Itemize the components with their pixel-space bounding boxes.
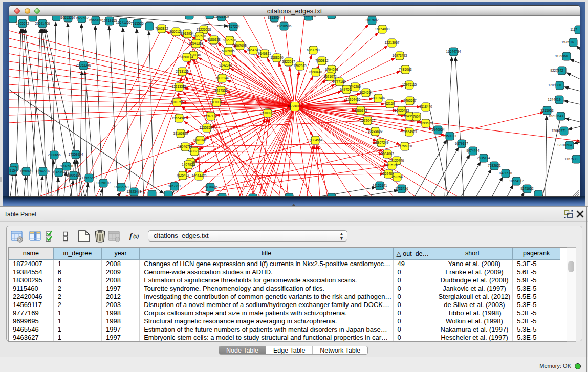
- svg-text:2967608: 2967608: [233, 43, 247, 47]
- svg-text:9129966: 9129966: [555, 54, 568, 58]
- svg-text:2718126: 2718126: [176, 70, 189, 73]
- svg-text:6966160: 6966160: [89, 18, 102, 22]
- svg-text:15226058: 15226058: [197, 28, 211, 31]
- svg-text:8912954: 8912954: [181, 32, 194, 35]
- svg-text:6961758: 6961758: [307, 48, 320, 52]
- svg-text:8990448: 8990448: [309, 70, 322, 74]
- svg-text:1615192: 1615192: [385, 163, 399, 167]
- svg-text:1167533: 1167533: [565, 157, 578, 161]
- svg-text:1209388: 1209388: [548, 83, 561, 87]
- svg-text:5875685: 5875685: [222, 49, 235, 53]
- svg-text:9463627: 9463627: [403, 99, 417, 102]
- svg-text:7986372: 7986372: [354, 108, 367, 112]
- svg-text:8813054: 8813054: [268, 16, 281, 19]
- svg-text:15720407: 15720407: [360, 119, 375, 122]
- svg-text:9474444: 9474444: [466, 149, 480, 152]
- svg-text:14136141: 14136141: [373, 184, 387, 187]
- svg-text:8454749: 8454749: [247, 48, 260, 52]
- svg-text:19756928: 19756928: [398, 144, 412, 148]
- svg-text:10654112: 10654112: [509, 179, 524, 183]
- svg-text:1640954: 1640954: [431, 128, 445, 132]
- svg-text:62160: 62160: [385, 102, 395, 105]
- svg-text:7604: 7604: [413, 115, 421, 118]
- svg-text:19654923: 19654923: [402, 130, 417, 134]
- svg-text:19654943: 19654943: [172, 116, 187, 120]
- svg-text:7515526: 7515526: [130, 21, 144, 25]
- svg-text:12923448: 12923448: [127, 190, 142, 193]
- svg-text:1362615: 1362615: [293, 64, 307, 68]
- svg-text:10958107: 10958107: [96, 181, 111, 185]
- svg-text:6879197: 6879197: [455, 142, 468, 145]
- svg-text:2020656: 2020656: [48, 153, 61, 157]
- svg-text:9518440: 9518440: [419, 105, 432, 108]
- svg-text:16644784: 16644784: [446, 50, 461, 53]
- svg-text:18724007: 18724007: [287, 104, 302, 108]
- svg-text:1010755: 1010755: [170, 100, 184, 104]
- svg-text:5498222: 5498222: [188, 149, 201, 153]
- svg-text:17016504: 17016504: [557, 143, 572, 147]
- svg-text:16782759: 16782759: [114, 185, 129, 189]
- svg-text:15692971: 15692971: [552, 129, 567, 133]
- svg-text:1405572: 1405572: [16, 21, 29, 25]
- svg-text:8186328: 8186328: [207, 38, 221, 41]
- svg-text:16671355: 16671355: [116, 20, 131, 24]
- svg-text:9245652: 9245652: [520, 187, 534, 190]
- svg-text:1621072: 1621072: [323, 75, 337, 78]
- svg-text:7663822: 7663822: [155, 27, 168, 30]
- svg-text:9327508: 9327508: [223, 38, 236, 42]
- svg-text:16154808: 16154808: [375, 27, 390, 31]
- svg-text:9777169: 9777169: [333, 80, 346, 83]
- svg-text:1117: 1117: [570, 28, 577, 31]
- svg-text:2087682: 2087682: [365, 18, 379, 22]
- svg-text:3215953: 3215953: [540, 108, 554, 112]
- svg-text:39154: 39154: [9, 169, 17, 172]
- svg-text:9084067: 9084067: [381, 152, 394, 156]
- svg-text:25300293: 25300293: [260, 111, 275, 115]
- svg-text:10025433: 10025433: [395, 108, 409, 112]
- svg-text:8878342: 8878342: [193, 138, 207, 142]
- svg-text:21364436: 21364436: [346, 98, 361, 101]
- svg-text:1244419: 1244419: [548, 98, 561, 101]
- svg-text:917004: 917004: [211, 100, 222, 104]
- svg-text:687: 687: [578, 140, 580, 143]
- svg-text:9899695: 9899695: [419, 121, 432, 125]
- svg-text:12905135: 12905135: [67, 173, 81, 177]
- svg-text:19384554: 19384554: [308, 138, 323, 142]
- svg-text:29053346: 29053346: [76, 63, 91, 67]
- svg-text:16914479: 16914479: [192, 174, 207, 178]
- svg-text:8958923: 8958923: [443, 134, 456, 138]
- svg-text:1575107: 1575107: [561, 40, 575, 44]
- svg-text:11353594: 11353594: [200, 126, 214, 129]
- svg-text:746266: 746266: [350, 85, 361, 89]
- svg-text:10653267: 10653267: [61, 16, 76, 19]
- svg-text:10981788: 10981788: [301, 16, 316, 18]
- svg-text:6794028: 6794028: [325, 68, 338, 71]
- svg-text:2803144: 2803144: [215, 76, 229, 80]
- svg-text:7955812: 7955812: [315, 59, 329, 62]
- svg-text:12975115: 12975115: [402, 83, 417, 86]
- svg-text:9327506: 9327506: [193, 34, 206, 38]
- svg-text:16210643: 16210643: [549, 114, 563, 118]
- svg-text:10688609: 10688609: [368, 129, 383, 133]
- svg-text:3624554: 3624554: [359, 91, 373, 94]
- svg-text:19166829: 19166829: [173, 132, 188, 135]
- svg-text:9097588: 9097588: [60, 164, 73, 168]
- svg-text:9146821: 9146821: [258, 52, 271, 55]
- svg-text:10973493: 10973493: [393, 54, 407, 57]
- svg-text:1527602: 1527602: [75, 16, 89, 20]
- svg-text:8267130: 8267130: [204, 114, 217, 118]
- svg-text:252254: 252254: [391, 175, 403, 179]
- svg-text:(x): (x): [133, 233, 139, 239]
- svg-text:12213389: 12213389: [172, 85, 187, 89]
- svg-text:1407936: 1407936: [182, 163, 195, 166]
- svg-text:9457791: 9457791: [168, 184, 181, 188]
- svg-text:7632621: 7632621: [488, 164, 501, 167]
- svg-text:8471676: 8471676: [499, 171, 512, 175]
- svg-text:17957223: 17957223: [82, 176, 97, 180]
- svg-text:10719155: 10719155: [102, 19, 117, 23]
- svg-text:10807487: 10807487: [371, 96, 386, 100]
- svg-text:2935114: 2935114: [477, 156, 490, 160]
- svg-text:9242848: 9242848: [219, 63, 232, 67]
- svg-text:9227342: 9227342: [550, 69, 563, 72]
- svg-text:12213967: 12213967: [385, 41, 400, 45]
